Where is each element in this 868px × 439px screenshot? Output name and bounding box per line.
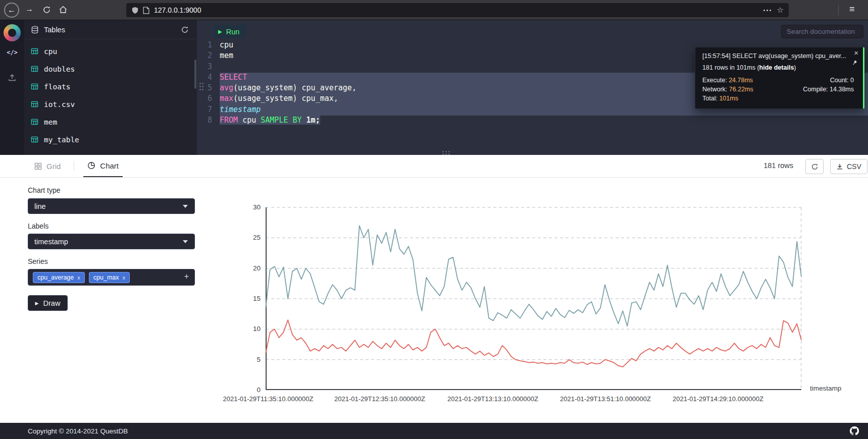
download-icon bbox=[836, 163, 843, 170]
series-chip-cpu-max[interactable]: cpu_max x bbox=[89, 272, 130, 283]
table-row-mem[interactable]: mem bbox=[24, 113, 197, 131]
line-number: 4 bbox=[197, 73, 220, 83]
y-tick-label: 25 bbox=[239, 234, 261, 241]
table-name: cpu bbox=[44, 47, 57, 56]
overflow-menu-icon[interactable] bbox=[762, 10, 773, 11]
tables-panel-header: Tables bbox=[24, 20, 197, 39]
search-documentation-input[interactable] bbox=[781, 25, 863, 38]
draw-chart-button[interactable]: ▶ Draw bbox=[28, 295, 68, 311]
metric-spacer bbox=[803, 95, 854, 102]
x-tick-label: 2021-01-29T13:51:10.000000Z bbox=[560, 395, 651, 403]
url-input[interactable] bbox=[154, 6, 762, 14]
y-tick-label: 5 bbox=[239, 356, 261, 363]
github-icon[interactable] bbox=[850, 426, 859, 435]
browser-back-button[interactable]: ← bbox=[4, 3, 19, 18]
tables-scrollbar-thumb[interactable] bbox=[194, 60, 196, 89]
forward-arrow-icon: → bbox=[25, 5, 33, 13]
pie-chart-icon bbox=[87, 161, 95, 170]
table-icon bbox=[31, 136, 38, 143]
pin-icon[interactable] bbox=[851, 60, 858, 68]
chart-plot-svg bbox=[266, 207, 801, 390]
metric-compile: Compile: 14.38ms bbox=[803, 86, 854, 93]
metric-count: Count: 0 bbox=[803, 77, 854, 84]
run-label: Run bbox=[226, 28, 240, 36]
copyright-text: Copyright © 2014-2021 QuestDB bbox=[28, 427, 128, 435]
tab-grid-label: Grid bbox=[46, 162, 61, 171]
table-row-floats[interactable]: floats bbox=[24, 78, 197, 95]
series-chip-cpu-average[interactable]: cpu_average x bbox=[33, 272, 85, 283]
tables-refresh-icon[interactable] bbox=[181, 26, 189, 34]
x-tick-label: 2021-01-29T13:13:10.000000Z bbox=[447, 395, 538, 403]
close-icon[interactable]: × bbox=[854, 48, 858, 57]
draw-label: Draw bbox=[43, 299, 61, 307]
draw-play-icon: ▶ bbox=[35, 301, 39, 306]
tables-panel-title: Tables bbox=[44, 26, 65, 34]
browser-reload-button[interactable] bbox=[42, 6, 51, 16]
line-number: 3 bbox=[197, 62, 220, 73]
chart-type-select[interactable]: line bbox=[28, 198, 195, 214]
y-tick-label: 20 bbox=[239, 264, 261, 272]
refresh-results-button[interactable] bbox=[805, 159, 824, 174]
notification-query-title: [15:57:54] SELECT avg(usage_system) cpu_… bbox=[702, 52, 856, 60]
remove-chip-icon[interactable]: x bbox=[77, 275, 80, 281]
csv-label: CSV bbox=[847, 162, 861, 171]
x-tick-label: 2021-01-29T12:35:10.000000Z bbox=[334, 395, 425, 403]
browser-menu-button[interactable]: ≡ bbox=[849, 4, 855, 15]
notification-summary: 181 rows in 101ms (hide details) bbox=[702, 64, 856, 71]
x-tick-label: 2021-01-29T11:35:10.000000Z bbox=[223, 395, 313, 403]
table-row-my-table[interactable]: my_table bbox=[24, 131, 197, 148]
labels-value: timestamp bbox=[34, 238, 68, 246]
remove-chip-icon[interactable]: x bbox=[123, 275, 126, 281]
reload-icon bbox=[42, 6, 51, 14]
table-name: floats bbox=[44, 83, 70, 91]
table-name: mem bbox=[44, 118, 57, 126]
toolbar-divider bbox=[838, 5, 839, 15]
database-icon bbox=[31, 26, 39, 34]
table-row-cpu[interactable]: cpu bbox=[24, 42, 197, 60]
download-csv-button[interactable]: CSV bbox=[830, 159, 867, 174]
table-row-doubles[interactable]: doubles bbox=[24, 60, 197, 78]
side-rail: </> bbox=[0, 20, 24, 155]
labels-label: Labels bbox=[28, 222, 48, 230]
results-area: Grid Chart 181 rows CSV Chart type line … bbox=[0, 155, 868, 423]
hide-details-link[interactable]: hide details bbox=[759, 64, 794, 71]
bookmark-star-icon[interactable]: ☆ bbox=[777, 6, 784, 15]
questdb-logo[interactable] bbox=[4, 24, 21, 41]
y-tick-label: 0 bbox=[239, 386, 261, 394]
table-icon bbox=[31, 100, 38, 108]
table-row-iot-csv[interactable]: iot.csv bbox=[24, 95, 197, 113]
panel-resize-handle-horizontal[interactable] bbox=[442, 151, 444, 152]
series-label: Series bbox=[28, 257, 48, 265]
tab-grid[interactable]: Grid bbox=[30, 155, 65, 177]
chart-type-label: Chart type bbox=[28, 186, 61, 194]
shield-icon[interactable] bbox=[131, 7, 139, 14]
import-upload-icon[interactable] bbox=[8, 73, 17, 82]
y-tick-label: 30 bbox=[239, 203, 261, 211]
x-tick-label: 2021-01-29T14:29:10.000000Z bbox=[673, 395, 763, 403]
add-series-icon[interactable]: + bbox=[184, 272, 189, 281]
browser-toolbar: ← → ☆ ≡ bbox=[0, 0, 868, 20]
browser-home-button[interactable] bbox=[59, 5, 68, 16]
run-play-icon: ▶ bbox=[218, 29, 222, 34]
series-chip-label: cpu_average bbox=[37, 274, 74, 281]
table-icon bbox=[31, 118, 38, 126]
table-icon bbox=[31, 47, 38, 55]
series-input-row[interactable]: cpu_average x cpu_max x + bbox=[28, 269, 195, 286]
y-tick-label: 10 bbox=[239, 325, 261, 333]
table-name: doubles bbox=[44, 65, 75, 73]
page-info-icon[interactable] bbox=[143, 7, 149, 14]
metric-total: Total: 101ms bbox=[702, 95, 803, 102]
url-bar[interactable]: ☆ bbox=[126, 3, 789, 17]
line-number: 6 bbox=[197, 94, 220, 104]
run-query-button[interactable]: ▶ Run bbox=[213, 25, 246, 38]
table-name: iot.csv bbox=[44, 100, 75, 108]
hamburger-icon: ≡ bbox=[849, 4, 855, 14]
labels-select[interactable]: timestamp bbox=[28, 234, 195, 249]
table-icon bbox=[31, 83, 38, 90]
line-number: 8 bbox=[197, 116, 220, 126]
browser-forward-button[interactable]: → bbox=[25, 5, 33, 14]
tab-chart[interactable]: Chart bbox=[83, 155, 123, 177]
metric-network: Network: 76.22ms bbox=[702, 86, 803, 93]
results-tabbar: Grid Chart bbox=[0, 155, 868, 178]
console-code-icon[interactable]: </> bbox=[0, 49, 24, 56]
